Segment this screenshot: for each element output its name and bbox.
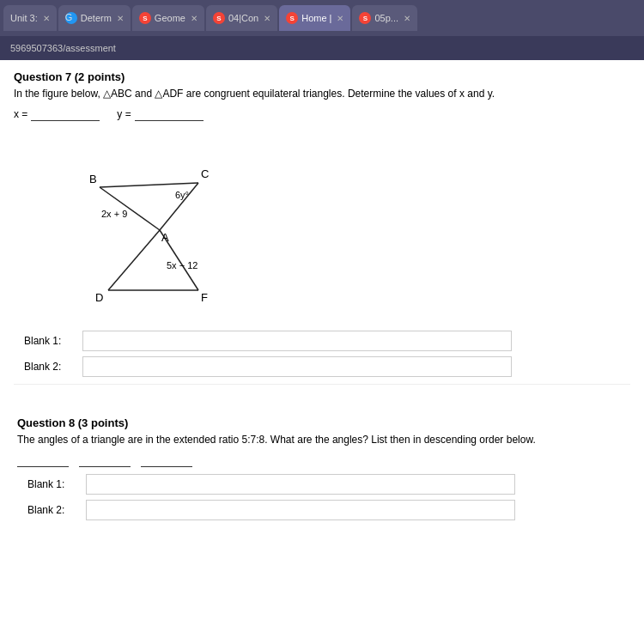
svg-line-2 [100, 183, 198, 187]
q7-blank1-input[interactable] [82, 331, 512, 351]
q8-blank1-row: Blank 1: [27, 474, 617, 495]
tab-determ-icon: G [65, 12, 77, 24]
tab-05p[interactable]: S 05p... ✕ [352, 5, 417, 31]
diagram-svg: B C A D F 2x + 9 6y° 5x − 12 [48, 131, 271, 320]
question-7-intro: In the figure below, △ABC and △ADF are c… [14, 87, 630, 101]
q7-blank2-label: Blank 2: [24, 361, 76, 373]
q7-blank2-input[interactable] [82, 356, 512, 377]
tab-unit3-close[interactable]: ✕ [43, 14, 50, 23]
q7-blank1-label: Blank 1: [24, 335, 76, 347]
tab-geome-close[interactable]: ✕ [191, 14, 197, 23]
label-6y: 6y° [175, 190, 189, 200]
label-C: C [201, 167, 209, 180]
tab-geome[interactable]: S Geome ✕ [132, 5, 204, 31]
q8-angle2-input[interactable] [79, 454, 131, 467]
x-input[interactable] [31, 108, 100, 121]
label-D: D [95, 291, 103, 304]
x-input-group: x = [14, 108, 100, 121]
question-8: Question 8 (3 points) The angles of a tr… [14, 416, 630, 520]
page-content: Question 7 (2 points) In the figure belo… [0, 60, 644, 644]
q8-blanks: Blank 1: Blank 2: [17, 474, 627, 520]
x-label: x = [14, 108, 27, 120]
tab-04conc[interactable]: S 04|Con ✕ [206, 5, 277, 31]
triangle-diagram: B C A D F 2x + 9 6y° 5x − 12 [48, 131, 271, 320]
tab-geome-icon: S [139, 12, 151, 24]
q8-angle1-input[interactable] [17, 454, 69, 467]
tab-home-icon: S [286, 12, 298, 24]
tab-05p-icon: S [359, 12, 371, 24]
label-5x12: 5x − 12 [167, 260, 197, 270]
tab-04conc-label: 04|Con [228, 13, 258, 23]
svg-line-3 [108, 230, 160, 290]
tab-home[interactable]: S Home | ✕ [279, 5, 350, 31]
question-8-header: Question 8 (3 points) [17, 416, 627, 429]
address-bar: 5969507363/assessment [0, 36, 644, 60]
tab-determ-label: Determ [81, 13, 112, 23]
tab-04conc-close[interactable]: ✕ [264, 14, 270, 23]
tab-unit3-label: Unit 3: [10, 13, 38, 23]
question-8-intro: The angles of a triangle are in the exte… [17, 433, 627, 447]
q8-angle3-input[interactable] [141, 454, 192, 467]
tab-determ[interactable]: G Determ ✕ [58, 5, 131, 31]
q7-blank1-row: Blank 1: [24, 331, 620, 351]
q8-blank1-input[interactable] [86, 474, 515, 495]
tab-05p-close[interactable]: ✕ [404, 14, 410, 23]
url-text: 5969507363/assessment [10, 43, 116, 53]
tab-04conc-icon: S [213, 12, 225, 24]
tab-05p-label: 05p... [374, 13, 398, 23]
label-F: F [201, 291, 208, 304]
q8-blank2-input[interactable] [86, 500, 515, 520]
q8-blank1-label: Blank 1: [27, 478, 79, 490]
y-input-group: y = [117, 108, 203, 121]
label-A: A [161, 231, 169, 244]
tab-unit3[interactable]: Unit 3: ✕ [3, 5, 57, 31]
tab-home-label: Home | [301, 13, 331, 23]
y-label: y = [117, 108, 131, 120]
y-input[interactable] [135, 108, 204, 121]
q8-blank2-row: Blank 2: [27, 500, 617, 520]
q7-blank2-row: Blank 2: [24, 356, 620, 377]
tab-determ-close[interactable]: ✕ [117, 14, 124, 23]
label-B: B [89, 173, 97, 185]
q8-answer-lines [17, 454, 627, 467]
browser-tabs: Unit 3: ✕ G Determ ✕ S Geome ✕ S 04|Con … [0, 0, 644, 36]
xy-inputs: x = y = [14, 108, 630, 121]
section-divider [14, 384, 630, 410]
tab-geome-label: Geome [155, 13, 185, 23]
tab-home-close[interactable]: ✕ [337, 14, 343, 23]
q7-blanks: Blank 1: Blank 2: [14, 331, 630, 377]
label-2x9: 2x + 9 [101, 209, 127, 219]
q8-blank2-label: Blank 2: [27, 504, 79, 516]
question-7: Question 7 (2 points) In the figure belo… [14, 70, 630, 377]
question-7-header: Question 7 (2 points) [14, 70, 630, 83]
